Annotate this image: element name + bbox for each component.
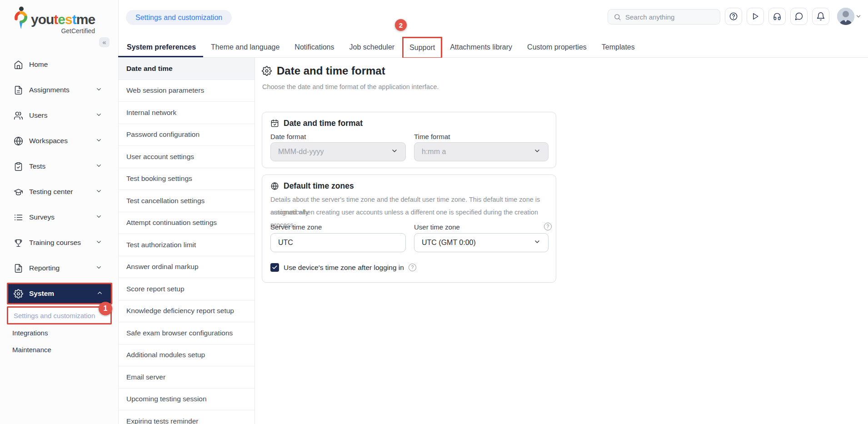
app-root: youtestme GetCertified « Home Assignment… xyxy=(0,0,868,424)
sidebar-collapse-button[interactable]: « xyxy=(99,37,110,47)
sidebar-subitem-settings-and-customization[interactable]: Settings and customization xyxy=(7,306,112,324)
settings-nav-score-report-setup[interactable]: Score report setup xyxy=(119,278,254,300)
page-description: Choose the date and time format of the a… xyxy=(262,83,439,90)
gear-icon xyxy=(14,289,23,299)
sidebar-item-testing-center[interactable]: Testing center xyxy=(0,179,118,205)
brand-tagline: GetCertified xyxy=(31,27,95,35)
sidebar-item-label: System xyxy=(29,289,54,298)
device-timezone-checkbox-row: Use device's time zone after logging in … xyxy=(270,263,416,272)
tab-notifications[interactable]: Notifications xyxy=(294,37,334,57)
settings-nav-panel: Date and time Web session parameters Int… xyxy=(119,58,255,424)
info-icon[interactable]: ? xyxy=(544,223,552,230)
settings-nav-password-configuration[interactable]: Password configuration xyxy=(119,124,254,146)
sidebar-subitem-maintenance[interactable]: Maintenance xyxy=(0,341,118,358)
settings-nav-answer-ordinal-markup[interactable]: Answer ordinal markup xyxy=(119,256,254,279)
help-button[interactable] xyxy=(725,8,742,25)
sidebar-item-tests[interactable]: Tests xyxy=(0,154,118,179)
support-button[interactable] xyxy=(768,8,786,25)
tab-job-scheduler[interactable]: Job scheduler xyxy=(349,37,394,57)
sidebar-item-surveys[interactable]: Surveys xyxy=(0,205,118,230)
server-timezone-label: Server time zone xyxy=(270,223,322,231)
settings-nav-email-server[interactable]: Email server xyxy=(119,366,254,389)
play-icon xyxy=(751,12,760,21)
home-icon xyxy=(14,60,23,70)
date-format-value: MMM-dd-yyyy xyxy=(278,148,324,156)
settings-tab-bar: System preferences Theme and language No… xyxy=(119,37,868,58)
date-format-select[interactable]: MMM-dd-yyyy xyxy=(270,142,406,161)
settings-nav-test-cancellation-settings[interactable]: Test cancellation settings xyxy=(119,190,254,212)
card-title-text: Date and time format xyxy=(284,119,363,128)
avatar-image xyxy=(837,8,854,25)
check-icon xyxy=(272,264,278,270)
settings-nav-upcoming-testing-session[interactable]: Upcoming testing session xyxy=(119,389,254,411)
sidebar-item-home[interactable]: Home xyxy=(0,52,118,77)
card-title-text: Default time zones xyxy=(284,181,354,191)
sidebar-item-label: Tests xyxy=(29,162,45,170)
notifications-button[interactable] xyxy=(812,8,829,25)
chevron-up-icon xyxy=(96,289,103,298)
settings-nav-knowledge-deficiency-report-setup[interactable]: Knowledge deficiency report setup xyxy=(119,300,254,323)
time-format-select[interactable]: h:mm a xyxy=(414,142,549,161)
sidebar-item-training-courses[interactable]: Training courses xyxy=(0,230,118,255)
settings-nav-date-and-time[interactable]: Date and time xyxy=(119,58,254,80)
settings-nav-expiring-tests-reminder[interactable]: Expiring tests reminder xyxy=(119,410,254,424)
globe-icon xyxy=(14,136,23,146)
sidebar-item-assignments[interactable]: Assignments xyxy=(0,77,118,103)
video-tutorials-button[interactable] xyxy=(747,8,764,25)
server-timezone-input[interactable] xyxy=(271,239,405,247)
date-format-label: Date format xyxy=(270,133,306,140)
assignments-icon xyxy=(14,85,23,95)
sidebar-item-reporting[interactable]: Reporting xyxy=(0,255,118,281)
user-avatar[interactable] xyxy=(837,8,854,25)
user-timezone-select[interactable]: UTC (GMT 0:00) xyxy=(414,233,549,252)
info-icon[interactable]: ? xyxy=(409,264,416,271)
settings-nav-test-booking-settings[interactable]: Test booking settings xyxy=(119,168,254,190)
trophy-icon xyxy=(14,238,23,248)
user-timezone-label: User time zone xyxy=(414,223,460,231)
device-timezone-checkbox[interactable] xyxy=(270,263,279,272)
search-input[interactable] xyxy=(625,13,714,21)
settings-nav-additional-modules-setup[interactable]: Additional modules setup xyxy=(119,344,254,367)
chevron-down-icon xyxy=(534,147,541,156)
chat-button[interactable] xyxy=(790,8,808,25)
calendar-check-icon xyxy=(270,119,279,128)
settings-nav-safe-exam-browser-configurations[interactable]: Safe exam browser configurations xyxy=(119,322,254,344)
tab-support[interactable]: Support xyxy=(402,37,442,59)
tab-templates[interactable]: Templates xyxy=(602,37,635,57)
top-header: Settings and customization xyxy=(119,0,868,38)
main-content: Date and time format Choose the date and… xyxy=(255,58,868,424)
avatar-chevron-down-icon[interactable] xyxy=(855,13,862,21)
settings-nav-web-session-parameters[interactable]: Web session parameters xyxy=(119,80,254,102)
chevron-down-icon xyxy=(95,111,102,120)
default-timezones-card: Default time zones Details about the ser… xyxy=(262,175,556,283)
settings-nav-attempt-continuation-settings[interactable]: Attempt continuation settings xyxy=(119,212,254,234)
sidebar-item-label: Training courses xyxy=(29,239,81,247)
brand-wordmark: youtestme xyxy=(31,12,95,27)
tab-custom-properties[interactable]: Custom properties xyxy=(527,37,587,57)
bell-icon xyxy=(816,12,825,21)
sidebar-item-label: Users xyxy=(29,111,47,120)
tab-attachments-library[interactable]: Attachments library xyxy=(450,37,512,57)
sidebar-item-users[interactable]: Users xyxy=(0,103,118,128)
datetime-format-card: Date and time format Date format MMM-dd-… xyxy=(262,112,556,168)
settings-nav-internal-network[interactable]: Internal network xyxy=(119,102,254,124)
page-title: Date and time format xyxy=(262,65,385,77)
sidebar-item-workspaces[interactable]: Workspaces xyxy=(0,128,118,154)
chevron-down-icon xyxy=(95,137,102,145)
card-title: Date and time format xyxy=(270,119,363,128)
sidebar-subitem-integrations[interactable]: Integrations xyxy=(0,324,118,341)
users-icon xyxy=(14,111,23,120)
chevron-down-icon xyxy=(534,238,541,247)
search-bar[interactable] xyxy=(608,9,720,25)
graduation-cap-icon xyxy=(14,187,23,197)
settings-nav-test-authorization-limit[interactable]: Test authorization limit xyxy=(119,234,254,256)
question-circle-icon xyxy=(729,12,738,21)
sidebar-item-system[interactable]: System xyxy=(7,283,112,304)
tab-system-preferences[interactable]: System preferences xyxy=(127,37,196,57)
sidebar-item-label: Reporting xyxy=(29,264,60,272)
settings-nav-user-account-settings[interactable]: User account settings xyxy=(119,146,254,168)
tab-theme-and-language[interactable]: Theme and language xyxy=(211,37,279,57)
breadcrumb[interactable]: Settings and customization xyxy=(126,10,232,25)
chevron-down-icon xyxy=(95,162,102,171)
annotation-step-2-badge: 2 xyxy=(395,19,407,31)
